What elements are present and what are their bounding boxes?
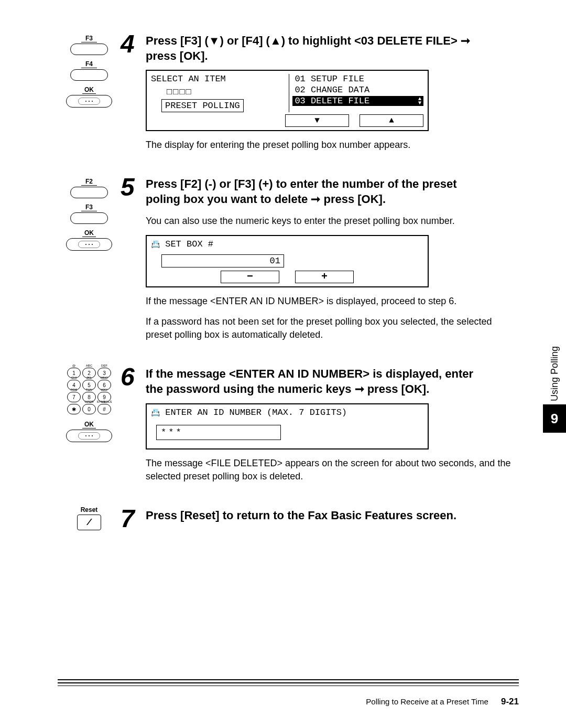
lcd4-item3-text: 03 DELETE FILE	[295, 96, 369, 106]
step5-heading-a: Press [F2] (-) or [F3] (+) to enter the …	[146, 177, 456, 190]
step6-keys: @1 ABC2 DEF3 GHI4 JKL5 MNO6 PRS7 TUV8 WX…	[58, 365, 121, 446]
lcd4-squares: □□□□	[167, 87, 282, 97]
lcd-step5: 📇 SET BOX # 01 − +	[146, 235, 429, 287]
footer: Polling to Receive at a Preset Time 9-21	[58, 679, 519, 707]
lcd4-item1: 01 SETUP FILE	[292, 74, 423, 84]
np-star: ✱	[67, 404, 81, 414]
lcd-step6: 📇 ENTER AN ID NUMBER (MAX. 7 DIGITS) ***	[146, 403, 429, 449]
lcd4-item2: 02 CHANGE DATA	[292, 85, 423, 95]
f2-label: F2	[81, 178, 97, 186]
lcd4-preset: PRESET POLLING	[161, 99, 244, 112]
np-0: OPER0	[82, 404, 96, 414]
reset-icon: ⁄⁄	[89, 518, 89, 527]
step6-number: 6	[121, 365, 140, 390]
lcd5-icon: 📇	[151, 240, 160, 249]
step5-pre: You can also use the numeric keys to ent…	[146, 215, 519, 228]
step7-keys: Reset ⁄⁄	[58, 506, 121, 530]
step4-heading-a: Press [F3] (▼) or [F4] (▲) to highlight …	[146, 34, 470, 47]
lcd-step4: SELECT AN ITEM □□□□ PRESET POLLING 01 SE…	[146, 70, 429, 131]
side-tab: Using Polling 9	[543, 346, 566, 433]
lcd4-item3: 03 DELETE FILE ▲▼	[292, 96, 423, 106]
step6-heading-a: If the message <ENTER AN ID NUMBER> is d…	[146, 367, 473, 380]
footer-page: 9-21	[501, 697, 519, 706]
lcd5-minus: −	[221, 271, 279, 283]
step4-heading-b: press [OK].	[146, 49, 208, 62]
reset-label: Reset	[58, 506, 121, 513]
f2-key	[70, 187, 108, 198]
step4-number: 4	[121, 31, 140, 57]
np-7: PRS7	[67, 392, 81, 402]
lcd6-value: ***	[156, 425, 281, 440]
step-4: F3 F4 OK 4 Press [F3] (▼) or [F4] (▲) to…	[58, 31, 519, 159]
step-5: F2 F3 OK 5 Press [F2] (-) or [F3] (+) to…	[58, 175, 519, 349]
step5-number: 5	[121, 175, 140, 200]
step4-caption: The display for entering the preset poll…	[146, 138, 519, 152]
step5-heading: Press [F2] (-) or [F3] (+) to enter the …	[146, 175, 456, 207]
step-6: @1 ABC2 DEF3 GHI4 JKL5 MNO6 PRS7 TUV8 WX…	[58, 365, 519, 490]
lcd6-icon: 📇	[151, 409, 160, 417]
step-7: Reset ⁄⁄ 7 Press [Reset] to return to th…	[58, 506, 519, 538]
np-hash: SYMBOLS#	[97, 404, 111, 414]
step5-heading-b: poling box you want to delete ➞ press [O…	[146, 192, 386, 206]
step5-post-a: If the message <ENTER AN ID NUMBER> is d…	[146, 295, 519, 308]
f3-key-5	[70, 212, 108, 224]
step5-post-b: If a password has not been set for the p…	[146, 315, 519, 341]
f3-key	[70, 44, 108, 55]
f3-label-5: F3	[81, 204, 97, 211]
side-tab-text: Using Polling	[549, 346, 560, 401]
side-tab-num: 9	[543, 404, 566, 433]
lcd4-arrow-down: ▼	[285, 114, 349, 127]
f3-label: F3	[81, 35, 97, 42]
step5-keys: F2 F3 OK	[58, 175, 121, 255]
f4-key	[70, 69, 108, 81]
ok-key	[66, 95, 112, 108]
lcd4-select: SELECT AN ITEM	[151, 74, 282, 84]
step7-number: 7	[121, 506, 140, 531]
ok-key-5	[66, 238, 112, 251]
ok-label: OK	[82, 86, 96, 94]
step6-post: The message <FILE DELETED> appears on th…	[146, 457, 519, 483]
footer-title: Polling to Receive at a Preset Time	[366, 697, 488, 706]
updown-icon: ▲▼	[418, 97, 421, 105]
lcd6-title: ENTER AN ID NUMBER (MAX. 7 DIGITS)	[165, 408, 347, 417]
step7-heading: Press [Reset] to return to the Fax Basic…	[146, 506, 456, 523]
lcd5-title: SET BOX #	[165, 239, 213, 249]
step4-heading: Press [F3] (▼) or [F4] (▲) to highlight …	[146, 31, 470, 63]
step6-heading: If the message <ENTER AN ID NUMBER> is d…	[146, 365, 473, 397]
f4-label: F4	[81, 60, 97, 68]
step6-heading-b: the password using the numeric keys ➞ pr…	[146, 382, 429, 395]
lcd5-plus: +	[295, 271, 354, 283]
ok-label-5: OK	[82, 229, 96, 237]
reset-key: ⁄⁄	[77, 515, 101, 530]
lcd5-value: 01	[161, 254, 284, 267]
ok-label-6: OK	[82, 421, 96, 429]
step4-keys: F3 F4 OK	[58, 31, 121, 112]
lcd4-arrow-up: ▲	[360, 114, 423, 127]
ok-key-6	[66, 430, 112, 442]
numpad: @1 ABC2 DEF3 GHI4 JKL5 MNO6 PRS7 TUV8 WX…	[67, 368, 111, 414]
